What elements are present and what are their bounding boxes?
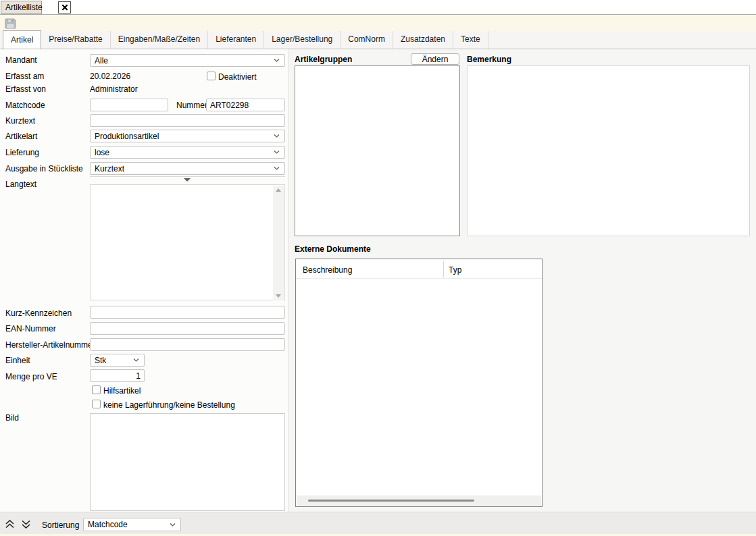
- tab-lager-bestellung[interactable]: Lager/Bestellung: [264, 31, 341, 49]
- bemerkung-title: Bemerkung: [467, 55, 511, 65]
- tab-artikel[interactable]: Artikel: [3, 30, 41, 49]
- first-record-button[interactable]: [4, 519, 16, 529]
- mandant-label: Mandant: [5, 55, 37, 65]
- sortierung-value: Matchcode: [88, 520, 128, 529]
- hilfsartikel-checkbox[interactable]: [92, 385, 101, 394]
- chevron-down-icon: [274, 167, 280, 170]
- langtext-scrollbar[interactable]: [273, 186, 284, 300]
- document-tab-artikelliste[interactable]: Artikelliste: [1, 1, 42, 14]
- horizontal-scrollbar[interactable]: [297, 495, 541, 506]
- splitter-line: [90, 176, 285, 177]
- toolbar: [0, 15, 756, 31]
- nummer-label: Nummer: [176, 101, 207, 110]
- keine-lagerfuehrung-label[interactable]: keine Lagerführung/keine Bestellung: [103, 400, 235, 410]
- matchcode-input[interactable]: [90, 99, 168, 111]
- bild-label: Bild: [5, 413, 19, 423]
- artikelgruppen-title: Artikelgruppen: [295, 55, 352, 65]
- artikelart-label: Artikelart: [5, 132, 37, 141]
- erfasst-von-value: Administrator: [90, 84, 138, 94]
- ean-nummer-label: EAN-Nummer: [5, 324, 56, 333]
- close-icon: [61, 4, 68, 11]
- tab-eingaben-masse-zeiten[interactable]: Eingaben/Maße/Zeiten: [111, 31, 208, 49]
- keine-lagerfuehrung-checkbox[interactable]: [92, 400, 101, 408]
- nummer-input[interactable]: [206, 99, 285, 111]
- lieferung-select[interactable]: lose: [90, 146, 285, 159]
- artikelgruppen-listbox[interactable]: [295, 65, 460, 236]
- sortierung-label: Sortierung: [42, 520, 79, 530]
- langtext-textarea[interactable]: [90, 184, 285, 300]
- langtext-label: Langtext: [5, 180, 36, 189]
- hersteller-artikelnummer-label: Hersteller-Artikelnummer: [5, 340, 95, 350]
- lieferung-label: Lieferung: [5, 148, 39, 157]
- kurz-kennzeichen-label: Kurz-Kennzeichen: [5, 309, 72, 318]
- column-header-beschreibung[interactable]: Beschreibung: [303, 265, 352, 275]
- einheit-value: Stk: [95, 356, 106, 365]
- chevron-down-icon: [133, 358, 139, 362]
- ean-nummer-input[interactable]: [90, 322, 285, 335]
- chevron-down-icon: [274, 134, 280, 138]
- artikelart-value: Produktionsartikel: [95, 132, 159, 141]
- chevron-down-icon: [170, 523, 176, 527]
- app-window: Artikelliste Artikel Preise/Rabatte Eing…: [0, 0, 756, 536]
- externe-dokumente-title: Externe Dokumente: [295, 244, 371, 254]
- kurztext-input[interactable]: [90, 114, 285, 127]
- mandant-select[interactable]: Alle: [90, 54, 285, 67]
- erfasst-am-value: 20.02.2026: [90, 72, 130, 81]
- lieferung-value: lose: [95, 148, 109, 157]
- document-tab-label: Artikelliste: [5, 3, 43, 12]
- mandant-value: Alle: [95, 56, 108, 65]
- double-chevron-up-icon: [5, 520, 15, 529]
- chevron-down-icon: [274, 59, 280, 62]
- bemerkung-textarea[interactable]: [467, 65, 750, 236]
- close-view-button[interactable]: [58, 1, 71, 14]
- chevron-down-icon: [274, 151, 280, 154]
- ausgabe-stueckliste-value: Kurztext: [95, 164, 124, 173]
- tab-comnorm[interactable]: ComNorm: [341, 31, 393, 49]
- einheit-label: Einheit: [5, 356, 30, 365]
- deaktiviert-checkbox[interactable]: [207, 72, 216, 80]
- column-header-typ[interactable]: Typ: [449, 265, 461, 275]
- save-button[interactable]: [4, 18, 16, 29]
- aendern-button-label: Ändern: [422, 55, 449, 64]
- erfasst-von-label: Erfasst von: [5, 84, 46, 94]
- ausgabe-stueckliste-label: Ausgabe in Stückliste: [5, 164, 83, 173]
- header-underline: [296, 278, 542, 279]
- hilfsartikel-label[interactable]: Hilfsartikel: [103, 386, 141, 396]
- kurztext-label: Kurztext: [5, 116, 35, 126]
- tab-lieferanten[interactable]: Lieferanten: [208, 31, 264, 49]
- matchcode-label: Matchcode: [5, 101, 45, 110]
- menge-pro-ve-input[interactable]: [90, 369, 145, 382]
- tab-zusatzdaten[interactable]: Zusatzdaten: [393, 31, 453, 49]
- ausgabe-stueckliste-select[interactable]: Kurztext: [90, 162, 285, 175]
- tab-texte[interactable]: Texte: [453, 31, 488, 49]
- deaktiviert-label[interactable]: Deaktiviert: [218, 72, 257, 82]
- double-chevron-down-icon: [21, 520, 31, 529]
- menge-pro-ve-label: Menge pro VE: [5, 372, 57, 381]
- document-tab-bar: Artikelliste: [0, 0, 756, 15]
- scrollbar-thumb[interactable]: [308, 500, 474, 502]
- artikelart-select[interactable]: Produktionsartikel: [90, 130, 285, 142]
- bild-image-area[interactable]: [90, 413, 285, 511]
- scroll-down-icon[interactable]: [276, 294, 281, 298]
- last-record-button[interactable]: [20, 519, 32, 529]
- externe-dokumente-table[interactable]: Beschreibung Typ: [295, 259, 543, 507]
- aendern-button[interactable]: Ändern: [411, 53, 459, 65]
- scroll-up-icon[interactable]: [276, 188, 281, 192]
- page-tab-strip: Artikel Preise/Rabatte Eingaben/Maße/Zei…: [0, 31, 756, 49]
- einheit-select[interactable]: Stk: [90, 354, 145, 367]
- hersteller-artikelnummer-input[interactable]: [90, 338, 285, 351]
- column-separator[interactable]: [443, 261, 444, 277]
- tab-preise-rabatte[interactable]: Preise/Rabatte: [41, 31, 110, 49]
- collapse-splitter-handle[interactable]: [184, 178, 191, 182]
- save-icon: [5, 18, 16, 29]
- kurz-kennzeichen-input[interactable]: [90, 306, 285, 319]
- erfasst-am-label: Erfasst am: [5, 72, 44, 81]
- sortierung-select[interactable]: Matchcode: [83, 518, 181, 531]
